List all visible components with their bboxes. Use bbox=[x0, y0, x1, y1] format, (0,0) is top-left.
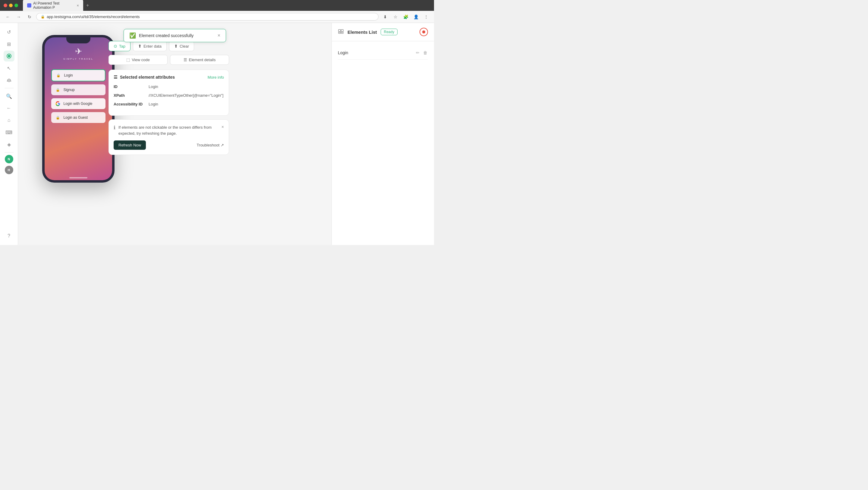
maximize-window-button[interactable] bbox=[14, 4, 18, 7]
phone-signup-button[interactable]: 🔒 Signup bbox=[51, 84, 105, 95]
sidebar-home-icon[interactable]: ⌂ bbox=[4, 115, 14, 126]
sidebar-avatar-n[interactable]: N bbox=[5, 155, 13, 163]
sidebar-record-icon[interactable] bbox=[4, 51, 14, 61]
external-link-icon: ↗ bbox=[221, 143, 224, 147]
troubleshoot-link[interactable]: Troubleshoot ↗ bbox=[197, 143, 224, 147]
google-label: Login with Google bbox=[63, 101, 92, 106]
clear-icon: ⬆ bbox=[174, 44, 178, 49]
id-key: ID bbox=[114, 84, 144, 89]
signup-label: Signup bbox=[63, 88, 74, 92]
info-panel: ℹ If elements are not clickable or the s… bbox=[108, 119, 229, 155]
browser-chrome: AI Powered Test Automation P ✕ + bbox=[0, 0, 434, 11]
sidebar-help-icon[interactable]: ? bbox=[4, 231, 14, 241]
code-icon: ⬚ bbox=[126, 58, 130, 62]
phone-guest-button[interactable]: 🔒 Login as Guest bbox=[51, 112, 105, 123]
close-window-button[interactable] bbox=[4, 4, 7, 7]
active-tab[interactable]: AI Powered Test Automation P ✕ bbox=[23, 0, 83, 11]
lock-icon: 🔒 bbox=[41, 15, 45, 19]
phone-google-button[interactable]: Login with Google bbox=[51, 98, 105, 109]
tap-icon: ⊙ bbox=[114, 44, 117, 49]
element-item-actions: ✏ 🗑 bbox=[415, 50, 428, 56]
sidebar-refresh-icon[interactable]: ↺ bbox=[4, 27, 14, 37]
troubleshoot-label: Troubleshoot bbox=[197, 143, 219, 147]
guest-label: Login as Guest bbox=[63, 115, 88, 120]
view-code-button[interactable]: ⬚ View code bbox=[108, 55, 167, 65]
profile-icon[interactable]: 👤 bbox=[412, 13, 420, 21]
action-buttons: ⊙ Tap ⬆ Enter data ⬆ Clear bbox=[108, 41, 229, 51]
sidebar-avatar-h[interactable]: H bbox=[5, 166, 13, 174]
notification-close-button[interactable]: × bbox=[218, 33, 220, 38]
browser-tabs: AI Powered Test Automation P ✕ + bbox=[23, 0, 430, 11]
attribute-id-row: ID Login bbox=[114, 84, 224, 89]
minimize-window-button[interactable] bbox=[9, 4, 13, 7]
tab-favicon bbox=[27, 3, 31, 7]
info-actions: Refresh Now Troubleshoot ↗ bbox=[114, 141, 224, 150]
attributes-title-text: Selected element attributes bbox=[120, 75, 175, 80]
attributes-icon: ☰ bbox=[114, 75, 118, 80]
forward-nav-button[interactable]: → bbox=[14, 13, 23, 21]
more-info-link[interactable]: More info bbox=[208, 75, 224, 80]
phone-logo-text: SIMPLY TRAVEL bbox=[63, 58, 93, 60]
menu-icon[interactable]: ⋮ bbox=[422, 13, 430, 21]
svg-rect-3 bbox=[338, 30, 341, 32]
refresh-now-button[interactable]: Refresh Now bbox=[114, 141, 146, 150]
svg-rect-6 bbox=[341, 32, 343, 33]
accessibility-value: Login bbox=[149, 102, 158, 106]
lock-icon-guest: 🔒 bbox=[56, 115, 60, 120]
attributes-panel: ☰ Selected element attributes More info … bbox=[108, 70, 229, 116]
success-notification: ✅ Element created successfully × bbox=[124, 29, 226, 42]
phone-notch bbox=[66, 37, 90, 43]
address-bar[interactable]: 🔒 app.testsigma.com/ui/td/35/elements/re… bbox=[36, 13, 378, 21]
clear-button[interactable]: ⬆ Clear bbox=[169, 41, 194, 51]
element-delete-button[interactable]: 🗑 bbox=[423, 50, 428, 56]
clear-label: Clear bbox=[180, 44, 189, 49]
element-item-name: Login bbox=[338, 50, 348, 55]
left-sidebar: ↺ ⊞ ↖ 🔍 ← ⌂ ⌨ ◈ N H ? bbox=[0, 23, 18, 245]
sidebar-signal-icon[interactable] bbox=[4, 75, 14, 86]
lock-icon-signup: 🔒 bbox=[56, 87, 60, 92]
details-icon: ☰ bbox=[184, 58, 187, 62]
phone-login-button[interactable]: 🔒 Login bbox=[51, 69, 105, 81]
sidebar-grid-icon[interactable]: ⊞ bbox=[4, 38, 14, 50]
tab-close-button[interactable]: ✕ bbox=[76, 4, 79, 7]
xpath-value: //XCUIElementTypeOther[@name="Login"] bbox=[149, 93, 223, 98]
url-text: app.testsigma.com/ui/td/35/elements/reco… bbox=[47, 14, 140, 19]
attributes-header: ☰ Selected element attributes More info bbox=[114, 75, 224, 80]
tap-button[interactable]: ⊙ Tap bbox=[108, 41, 130, 51]
phone-wrapper: ✈ SIMPLY TRAVEL 🔒 Login 🔒 Signup bbox=[42, 35, 115, 183]
nav-actions: ⬇ ☆ 🧩 👤 ⋮ bbox=[381, 13, 430, 21]
sidebar-back-icon[interactable]: ← bbox=[4, 103, 14, 114]
view-buttons: ⬚ View code ☰ Element details bbox=[108, 55, 229, 65]
refresh-nav-button[interactable]: ↻ bbox=[25, 13, 34, 21]
login-label: Login bbox=[64, 73, 73, 78]
svg-point-2 bbox=[8, 81, 9, 82]
extensions-icon[interactable]: 🧩 bbox=[401, 13, 410, 21]
sidebar-layer-icon[interactable]: ◈ bbox=[4, 139, 14, 150]
elements-list-panel: Elements List Ready Login ✏ 🗑 bbox=[332, 23, 434, 245]
element-edit-button[interactable]: ✏ bbox=[415, 50, 420, 56]
sidebar-search-icon[interactable]: 🔍 bbox=[4, 91, 14, 101]
check-icon: ✅ bbox=[129, 32, 136, 39]
phone-mockup: ✈ SIMPLY TRAVEL 🔒 Login 🔒 Signup bbox=[42, 35, 115, 183]
record-button[interactable] bbox=[420, 28, 428, 36]
tap-label: Tap bbox=[119, 44, 125, 49]
back-nav-button[interactable]: ← bbox=[4, 13, 12, 21]
svg-rect-5 bbox=[338, 32, 341, 33]
browser-nav: ← → ↻ 🔒 app.testsigma.com/ui/td/35/eleme… bbox=[0, 11, 434, 23]
info-close-button[interactable]: × bbox=[221, 124, 224, 129]
new-tab-button[interactable]: + bbox=[84, 2, 91, 9]
bookmark-icon[interactable]: ☆ bbox=[391, 13, 400, 21]
enter-data-label: Enter data bbox=[144, 44, 161, 49]
record-dot bbox=[422, 30, 425, 33]
element-details-button[interactable]: ☰ Element details bbox=[170, 55, 229, 65]
svg-rect-4 bbox=[341, 30, 343, 32]
enter-data-button[interactable]: ⬆ Enter data bbox=[133, 41, 167, 51]
sidebar-keyboard-icon[interactable]: ⌨ bbox=[4, 127, 14, 138]
svg-point-1 bbox=[8, 55, 10, 57]
elements-list-body: Login ✏ 🗑 bbox=[332, 41, 434, 245]
plane-icon: ✈ bbox=[75, 47, 82, 56]
sidebar-cursor-icon[interactable]: ↖ bbox=[4, 63, 14, 73]
lock-icon-small: 🔒 bbox=[56, 73, 61, 78]
info-message: If elements are not clickable or the scr… bbox=[119, 124, 218, 136]
download-icon[interactable]: ⬇ bbox=[381, 13, 390, 21]
